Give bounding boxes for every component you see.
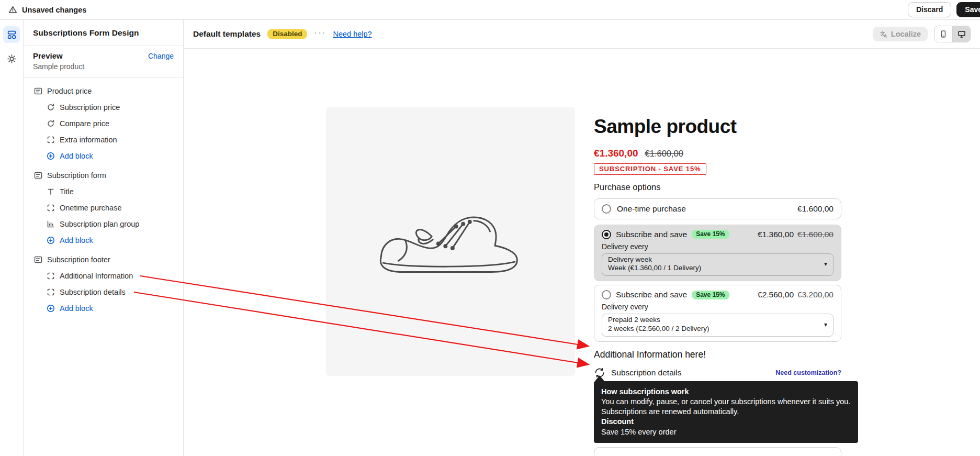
option-compare-price: €1.600,00	[797, 230, 833, 239]
product-info-column: Sample product €1.360,00 €1.600,00 SUBSC…	[594, 107, 841, 456]
option-subscribe-weekly[interactable]: Subscribe and save Save 15% €1.360,00 €1…	[594, 225, 841, 282]
desktop-icon	[958, 30, 966, 38]
chevron-down-icon: ▾	[824, 321, 827, 328]
preview-block: Preview Change Sample product	[24, 46, 183, 77]
delivery-plan-select[interactable]: Delivery week Week (€1.360,00 / 1 Delive…	[602, 253, 833, 276]
localize-button[interactable]: Localize	[873, 27, 928, 41]
tooltip-pointer	[595, 375, 604, 381]
recurring-icon	[47, 119, 55, 128]
option-label: Subscribe and save	[616, 230, 687, 239]
add-block-button-2[interactable]: Add block	[24, 232, 183, 248]
option-label: Subscribe and save	[616, 290, 687, 299]
desktop-view-button[interactable]	[952, 26, 970, 42]
sections-icon	[7, 30, 17, 40]
sidebar-item-compare-price[interactable]: Compare price	[24, 115, 183, 131]
plus-circle-icon	[47, 304, 55, 313]
option-subscribe-prepaid[interactable]: Subscribe and save Save 15% €2.560,00 €3…	[594, 285, 841, 342]
tree-item-label: Subscription footer	[47, 255, 110, 264]
radio-subscribe-weekly[interactable]	[602, 230, 611, 239]
save-percent-badge: Save 15%	[692, 291, 729, 299]
device-toggle	[934, 26, 971, 42]
plan-detail: Week (€1.360,00 / 1 Delivery)	[608, 264, 701, 273]
sidebar-item-subscription-details[interactable]: Subscription details	[24, 284, 183, 300]
more-actions-button[interactable]: ···	[314, 28, 326, 40]
purchase-options-label: Purchase options	[594, 182, 841, 192]
sidebar-item-subscription-footer[interactable]: Subscription footer	[24, 251, 183, 268]
tooltip-body-line1: You can modify, pause, or cancel your su…	[601, 397, 851, 407]
add-to-cart-button[interactable]: Add to Cart	[594, 447, 841, 456]
app-block-icon	[47, 136, 55, 144]
localize-label: Localize	[891, 30, 921, 38]
text-icon	[47, 187, 55, 196]
tree-item-label: Compare price	[60, 119, 109, 128]
sidebar-item-product-price[interactable]: Product price	[24, 83, 183, 99]
topbar-actions: Discard Save	[908, 2, 980, 17]
section-icon	[34, 171, 42, 180]
plan-name: Delivery week	[608, 255, 701, 264]
localize-icon	[880, 30, 887, 38]
sidebar-item-subscription-plan-group[interactable]: Subscription plan group	[24, 216, 183, 232]
option-one-time-purchase[interactable]: One-time purchase €1.600,00	[594, 198, 841, 219]
status-badge: Disabled	[267, 29, 307, 39]
additional-information-text: Additional Information here!	[594, 349, 841, 360]
warning-icon	[8, 5, 17, 14]
add-block-button-3[interactable]: Add block	[24, 300, 183, 316]
settings-panel-button[interactable]	[3, 50, 20, 67]
product-image	[326, 107, 575, 376]
tooltip-discount-title: Discount	[601, 417, 851, 427]
plus-circle-icon	[47, 152, 55, 160]
tree-item-label: Subscription plan group	[60, 220, 139, 228]
radio-one-time[interactable]	[602, 204, 611, 214]
option-compare-price: €3.200,00	[797, 290, 833, 299]
need-customization-link[interactable]: Need customization?	[775, 369, 841, 376]
sneaker-illustration	[372, 196, 529, 287]
unsaved-changes: Unsaved changes	[8, 5, 86, 14]
tree-item-label: Add block	[60, 152, 93, 160]
delivery-every-label: Delivery every	[602, 242, 833, 251]
option-label: One-time purchase	[617, 204, 686, 214]
app-block-icon	[47, 204, 55, 212]
sections-panel-button[interactable]	[3, 26, 20, 43]
mobile-view-button[interactable]	[934, 26, 952, 42]
add-block-button-1[interactable]: Add block	[24, 148, 183, 164]
tree-item-label: Additional Information	[60, 272, 133, 280]
sale-price: €1.360,00	[594, 148, 638, 159]
discard-button[interactable]: Discard	[908, 2, 951, 17]
chevron-down-icon: ▾	[824, 260, 827, 268]
sidebar-item-subscription-form[interactable]: Subscription form	[24, 167, 183, 183]
option-price: €1.360,00	[758, 230, 794, 239]
tree-item-label: Extra information	[60, 136, 117, 144]
app-window: Unsaved changes Discard Save Subscriptio…	[0, 0, 980, 456]
tree-item-label: Subscription price	[60, 103, 120, 112]
option-price: €1.600,00	[797, 204, 833, 214]
preview-product-name: Sample product	[33, 62, 174, 71]
section-icon	[34, 255, 42, 264]
tree-item-label: Subscription details	[60, 288, 126, 296]
save-percent-badge: Save 15%	[692, 230, 729, 239]
sidebar-item-title[interactable]: Title	[24, 183, 183, 199]
sidebar-item-subscription-price[interactable]: Subscription price	[24, 99, 183, 115]
block-tree: Product price Subscription price Compare…	[24, 77, 183, 321]
delivery-every-label: Delivery every	[602, 303, 833, 311]
tree-item-label: Add block	[60, 304, 93, 313]
sidebar-item-extra-information[interactable]: Extra information	[24, 131, 183, 148]
mobile-icon	[939, 30, 948, 38]
sidebar-item-additional-information[interactable]: Additional Information	[24, 268, 183, 284]
change-preview-link[interactable]: Change	[148, 52, 174, 60]
store-preview-canvas: Sample product €1.360,00 €1.600,00 SUBSC…	[184, 49, 980, 456]
need-help-link[interactable]: Need help?	[333, 30, 371, 38]
save-button[interactable]: Save	[956, 2, 980, 17]
recurring-icon	[47, 103, 55, 112]
app-block-icon	[47, 288, 55, 296]
sidebar: Subscriptions Form Design Preview Change…	[24, 20, 184, 456]
tree-item-label: Title	[60, 187, 74, 196]
template-title: Default templates	[193, 29, 261, 39]
sidebar-title: Subscriptions Form Design	[24, 20, 183, 46]
tree-item-label: Subscription form	[47, 171, 106, 180]
subscription-details-row: Subscription details Need customization?	[594, 366, 841, 379]
option-price: €2.560,00	[758, 290, 794, 299]
delivery-plan-select[interactable]: Prepaid 2 weeks 2 weeks (€2.560,00 / 2 D…	[602, 314, 833, 337]
radio-subscribe-prepaid[interactable]	[602, 290, 611, 299]
compare-price: €1.600,00	[645, 149, 683, 159]
sidebar-item-onetime-purchase[interactable]: Onetime purchase	[24, 199, 183, 216]
